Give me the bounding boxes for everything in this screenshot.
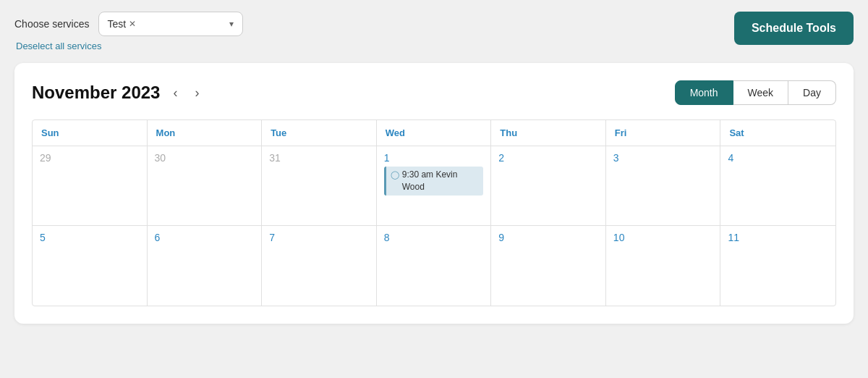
cell-date: 5 <box>40 232 140 243</box>
view-toggle: Month Week Day <box>675 80 836 105</box>
schedule-tools-button[interactable]: Schedule Tools <box>734 12 854 45</box>
cell-date: 30 <box>155 152 255 164</box>
cell-date: 4 <box>728 152 828 164</box>
calendar-cell-6[interactable]: 6 <box>148 226 263 306</box>
cell-date: 9 <box>498 232 598 243</box>
service-select-dropdown[interactable]: Test ✕ ▾ <box>98 12 243 36</box>
cell-date: 11 <box>728 232 828 243</box>
calendar-days-header: Sun Mon Tue Wed Thu Fri Sat <box>33 120 835 146</box>
cell-date: 7 <box>269 232 369 243</box>
day-header-wed: Wed <box>377 120 492 146</box>
chevron-down-icon: ▾ <box>229 19 234 29</box>
deselect-all-link[interactable]: Deselect all services <box>16 41 243 51</box>
view-day-button[interactable]: Day <box>788 80 836 105</box>
calendar-cell-10[interactable]: 10 <box>606 226 721 306</box>
calendar-title: November 2023 <box>32 83 160 103</box>
cell-date: 6 <box>155 232 255 243</box>
calendar-cell-3[interactable]: 3 <box>606 146 721 226</box>
cell-date: 29 <box>40 152 140 164</box>
service-row: Choose services Test ✕ ▾ <box>14 12 243 36</box>
event-text: 9:30 am Kevin Wood <box>402 169 480 193</box>
calendar-body: 29 30 31 1 ◯ 9:30 am Kevin Wood 2 3 <box>33 146 835 306</box>
calendar-grid: Sun Mon Tue Wed Thu Fri Sat 29 30 31 1 ◯ <box>32 119 836 306</box>
prev-month-button[interactable]: ‹ <box>169 83 182 104</box>
cell-date: 1 <box>384 152 484 164</box>
next-month-button[interactable]: › <box>190 83 203 104</box>
day-header-tue: Tue <box>262 120 377 146</box>
day-header-mon: Mon <box>148 120 263 146</box>
cell-date: 31 <box>269 152 369 164</box>
calendar-card: November 2023 ‹ › Month Week Day Sun Mon… <box>14 63 854 324</box>
calendar-cell-9[interactable]: 9 <box>491 226 606 306</box>
calendar-cell-1[interactable]: 1 ◯ 9:30 am Kevin Wood <box>377 146 492 226</box>
service-tag-remove[interactable]: ✕ <box>129 19 136 29</box>
calendar-cell-31[interactable]: 31 <box>262 146 377 226</box>
calendar-cell-11[interactable]: 11 <box>720 226 835 306</box>
service-tag: Test ✕ <box>108 18 137 30</box>
day-header-sat: Sat <box>720 120 835 146</box>
day-header-thu: Thu <box>491 120 606 146</box>
event-check-icon: ◯ <box>391 169 399 180</box>
calendar-cell-30[interactable]: 30 <box>148 146 263 226</box>
calendar-title-group: November 2023 ‹ › <box>32 83 203 104</box>
view-month-button[interactable]: Month <box>675 80 733 105</box>
cell-date: 3 <box>613 152 713 164</box>
cell-date: 2 <box>498 152 598 164</box>
service-select-inner: Test ✕ <box>108 18 137 30</box>
calendar-cell-29[interactable]: 29 <box>33 146 148 226</box>
calendar-cell-2[interactable]: 2 <box>491 146 606 226</box>
calendar-cell-7[interactable]: 7 <box>262 226 377 306</box>
day-header-sun: Sun <box>33 120 148 146</box>
cell-date: 10 <box>613 232 713 243</box>
view-week-button[interactable]: Week <box>733 80 789 105</box>
calendar-cell-4[interactable]: 4 <box>720 146 835 226</box>
top-left: Choose services Test ✕ ▾ Deselect all se… <box>14 12 243 51</box>
calendar-cell-8[interactable]: 8 <box>377 226 492 306</box>
event-chip[interactable]: ◯ 9:30 am Kevin Wood <box>384 167 484 196</box>
day-header-fri: Fri <box>606 120 721 146</box>
calendar-header: November 2023 ‹ › Month Week Day <box>32 80 836 105</box>
choose-services-label: Choose services <box>14 18 90 30</box>
calendar-cell-5[interactable]: 5 <box>33 226 148 306</box>
cell-date: 8 <box>384 232 484 243</box>
top-bar: Choose services Test ✕ ▾ Deselect all se… <box>14 12 854 51</box>
service-tag-label: Test <box>108 18 127 30</box>
